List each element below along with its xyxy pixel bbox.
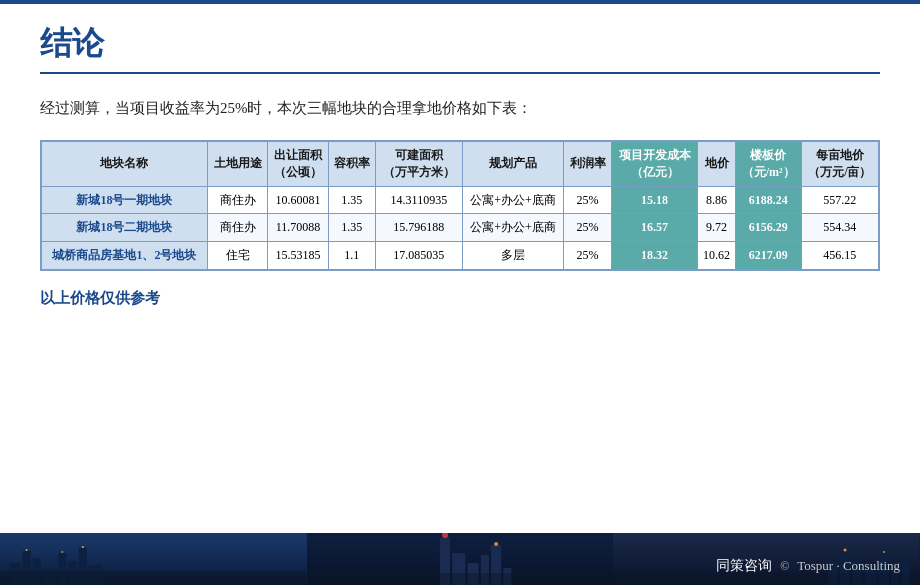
col-header-profit: 利润率 xyxy=(564,142,611,187)
table-cell-product: 公寓+办公+底商 xyxy=(462,214,564,242)
table-cell-dev_cost: 16.57 xyxy=(611,214,698,242)
table-cell-build_area: 14.3110935 xyxy=(375,186,462,214)
col-header-far: 容积率 xyxy=(328,142,375,187)
svg-point-22 xyxy=(494,542,498,546)
table-cell-far: 1.35 xyxy=(328,214,375,242)
footer-brand-en: Tospur · Consulting xyxy=(797,558,900,574)
col-header-floor-price: 楼板价（元/m²） xyxy=(735,142,801,187)
table-cell-dev_cost: 15.18 xyxy=(611,186,698,214)
table-row: 新城18号二期地块商住办11.700881.3515.796188公寓+办公+底… xyxy=(42,214,879,242)
table-cell-product: 多层 xyxy=(462,242,564,270)
footer-copyright: © xyxy=(780,559,789,574)
table-cell-usage: 住宅 xyxy=(207,242,267,270)
data-table-container: 地块名称 土地用途 出让面积（公顷） 容积率 可建面积（万平方米） 规划产品 利… xyxy=(40,140,880,271)
table-cell-mu_price: 554.34 xyxy=(801,214,878,242)
svg-point-9 xyxy=(26,549,28,551)
table-cell-name: 新城18号一期地块 xyxy=(42,186,208,214)
bottom-reference-text: 以上价格仅供参考 xyxy=(40,289,880,308)
table-cell-land_price: 9.72 xyxy=(698,214,735,242)
city-image-1 xyxy=(0,533,307,585)
footer: 同策咨询 © Tospur · Consulting xyxy=(0,533,920,585)
col-header-usage: 土地用途 xyxy=(207,142,267,187)
svg-rect-23 xyxy=(307,573,614,585)
table-cell-profit: 25% xyxy=(564,242,611,270)
table-cell-name: 新城18号二期地块 xyxy=(42,214,208,242)
table-cell-far: 1.35 xyxy=(328,186,375,214)
table-cell-dev_cost: 18.32 xyxy=(611,242,698,270)
col-header-mu-price: 每亩地价（万元/亩） xyxy=(801,142,878,187)
table-cell-land_price: 8.86 xyxy=(698,186,735,214)
table-cell-mu_price: 456.15 xyxy=(801,242,878,270)
col-header-build-area: 可建面积（万平方米） xyxy=(375,142,462,187)
table-cell-mu_price: 557.22 xyxy=(801,186,878,214)
city-image-2 xyxy=(307,533,614,585)
intro-text: 经过测算，当项目收益率为25%时，本次三幅地块的合理拿地价格如下表： xyxy=(40,96,880,120)
table-row: 城桥商品房基地1、2号地块住宅15.531851.117.085035多层25%… xyxy=(42,242,879,270)
svg-point-10 xyxy=(82,546,84,548)
table-cell-usage: 商住办 xyxy=(207,214,267,242)
col-header-name: 地块名称 xyxy=(42,142,208,187)
title-divider xyxy=(40,72,880,74)
main-content: 结论 经过测算，当项目收益率为25%时，本次三幅地块的合理拿地价格如下表： 地块… xyxy=(0,4,920,308)
table-cell-build_area: 17.085035 xyxy=(375,242,462,270)
col-header-product: 规划产品 xyxy=(462,142,564,187)
table-cell-name: 城桥商品房基地1、2号地块 xyxy=(42,242,208,270)
table-cell-land_price: 10.62 xyxy=(698,242,735,270)
footer-company-cn: 同策咨询 xyxy=(716,557,772,575)
table-cell-profit: 25% xyxy=(564,214,611,242)
footer-branding: 同策咨询 © Tospur · Consulting xyxy=(716,557,900,575)
table-cell-area_out: 15.53185 xyxy=(268,242,328,270)
svg-rect-12 xyxy=(0,571,307,585)
table-cell-floor_price: 6217.09 xyxy=(735,242,801,270)
table-cell-product: 公寓+办公+底商 xyxy=(462,186,564,214)
col-header-area-out: 出让面积（公顷） xyxy=(268,142,328,187)
table-cell-floor_price: 6188.24 xyxy=(735,186,801,214)
col-header-dev-cost: 项目开发成本（亿元） xyxy=(611,142,698,187)
svg-point-32 xyxy=(844,549,847,552)
table-cell-usage: 商住办 xyxy=(207,186,267,214)
table-row: 新城18号一期地块商住办10.600811.3514.3110935公寓+办公+… xyxy=(42,186,879,214)
svg-point-33 xyxy=(883,551,885,553)
col-header-land-price: 地价 xyxy=(698,142,735,187)
land-price-table: 地块名称 土地用途 出让面积（公顷） 容积率 可建面积（万平方米） 规划产品 利… xyxy=(41,141,879,270)
table-cell-area_out: 10.60081 xyxy=(268,186,328,214)
table-cell-area_out: 11.70088 xyxy=(268,214,328,242)
page-title: 结论 xyxy=(40,22,880,66)
table-cell-profit: 25% xyxy=(564,186,611,214)
table-cell-floor_price: 6156.29 xyxy=(735,214,801,242)
table-cell-far: 1.1 xyxy=(328,242,375,270)
svg-point-11 xyxy=(61,551,63,553)
table-cell-build_area: 15.796188 xyxy=(375,214,462,242)
